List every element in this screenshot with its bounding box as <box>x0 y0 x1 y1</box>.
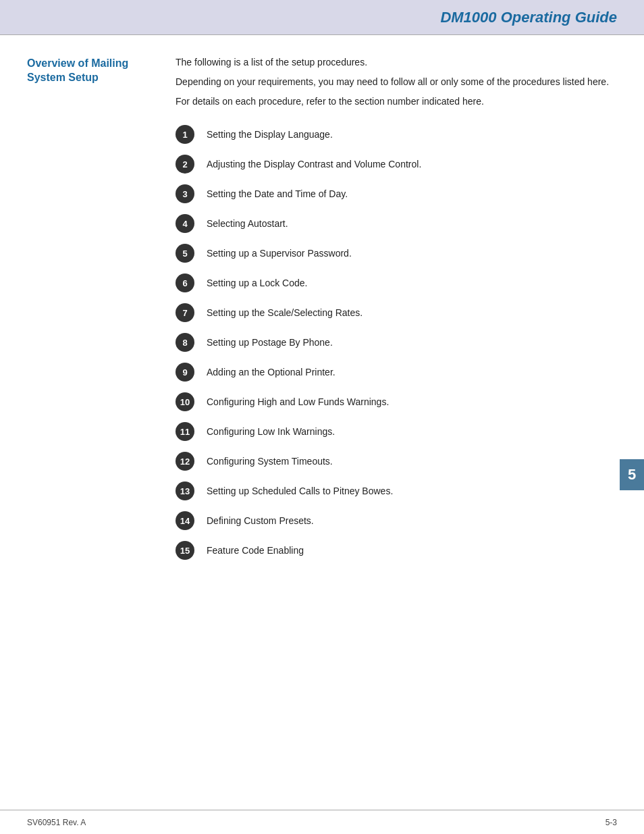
step-badge: 9 <box>176 363 194 382</box>
list-item: 9Adding an the Optional Printer. <box>176 363 617 382</box>
step-text: Setting up a Supervisor Password. <box>207 248 352 259</box>
intro-paragraph-3: For details on each procedure, refer to … <box>176 95 617 109</box>
list-item: 3Setting the Date and Time of Day. <box>176 184 617 203</box>
step-badge: 3 <box>176 184 194 203</box>
step-badge: 10 <box>176 392 194 411</box>
list-item: 10Configuring High and Low Funds Warning… <box>176 392 617 411</box>
step-text: Setting up the Scale/Selecting Rates. <box>207 307 363 318</box>
step-badge: 7 <box>176 303 194 322</box>
step-text: Setting up Scheduled Calls to Pitney Bow… <box>207 486 393 496</box>
list-item: 5Setting up a Supervisor Password. <box>176 244 617 263</box>
step-text: Configuring System Timeouts. <box>207 456 333 467</box>
step-text: Setting the Date and Time of Day. <box>207 188 348 199</box>
list-item: 14Defining Custom Presets. <box>176 511 617 530</box>
list-item: 12Configuring System Timeouts. <box>176 452 617 471</box>
intro-paragraph-2: Depending on your requirements, you may … <box>176 75 617 89</box>
list-item: 2Adjusting the Display Contrast and Volu… <box>176 155 617 174</box>
list-item: 4Selecting Autostart. <box>176 214 617 233</box>
footer-left: SV60951 Rev. A <box>27 818 86 827</box>
page-footer: SV60951 Rev. A 5-3 <box>0 810 644 834</box>
steps-list: 1Setting the Display Language.2Adjusting… <box>176 125 617 560</box>
step-badge: 4 <box>176 214 194 233</box>
step-text: Selecting Autostart. <box>207 218 288 229</box>
step-badge: 1 <box>176 125 194 144</box>
list-item: 13Setting up Scheduled Calls to Pitney B… <box>176 481 617 500</box>
list-item: 8Setting up Postage By Phone. <box>176 333 617 352</box>
step-text: Adjusting the Display Contrast and Volum… <box>207 159 421 170</box>
chapter-number: 5 <box>628 466 636 484</box>
list-item: 7Setting up the Scale/Selecting Rates. <box>176 303 617 322</box>
step-text: Feature Code Enabling <box>207 545 304 556</box>
step-text: Configuring Low Ink Warnings. <box>207 426 335 437</box>
section-heading: Overview of Mailing System Setup <box>27 57 155 85</box>
step-badge: 5 <box>176 244 194 263</box>
list-item: 6Setting up a Lock Code. <box>176 273 617 292</box>
step-text: Defining Custom Presets. <box>207 515 314 526</box>
page-content: Overview of Mailing System Setup The fol… <box>0 35 644 598</box>
step-badge: 13 <box>176 481 194 500</box>
section-sidebar: Overview of Mailing System Setup <box>27 55 169 571</box>
list-item: 11Configuring Low Ink Warnings. <box>176 422 617 441</box>
intro-paragraph-1: The following is a list of the setup pro… <box>176 55 617 70</box>
list-item: 15Feature Code Enabling <box>176 541 617 560</box>
step-badge: 15 <box>176 541 194 560</box>
step-badge: 11 <box>176 422 194 441</box>
step-text: Setting the Display Language. <box>207 129 333 140</box>
footer-right: 5-3 <box>606 818 617 827</box>
step-badge: 8 <box>176 333 194 352</box>
main-body: The following is a list of the setup pro… <box>169 55 617 571</box>
page-header: DM1000 Operating Guide <box>0 0 644 35</box>
step-text: Setting up Postage By Phone. <box>207 337 333 348</box>
list-item: 1Setting the Display Language. <box>176 125 617 144</box>
step-badge: 14 <box>176 511 194 530</box>
step-badge: 12 <box>176 452 194 471</box>
step-text: Adding an the Optional Printer. <box>207 367 336 377</box>
step-badge: 2 <box>176 155 194 174</box>
step-text: Configuring High and Low Funds Warnings. <box>207 396 389 407</box>
step-badge: 6 <box>176 273 194 292</box>
step-text: Setting up a Lock Code. <box>207 278 307 288</box>
chapter-tab: 5 <box>620 459 644 490</box>
document-title: DM1000 Operating Guide <box>440 9 617 26</box>
